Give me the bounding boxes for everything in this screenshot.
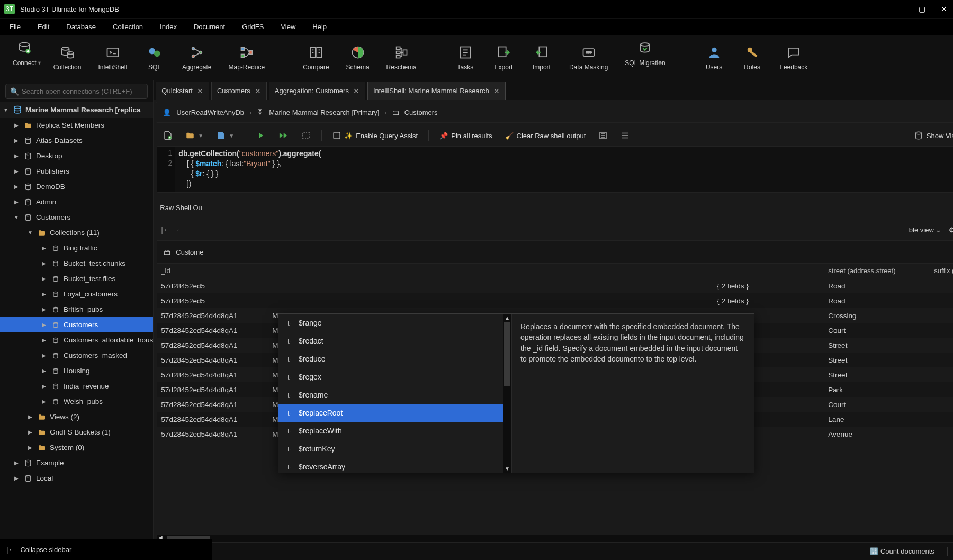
toolbar-sql-migration[interactable]: SQL Migration▼ [616,40,673,75]
autocomplete-item[interactable]: {}$redact [278,332,511,350]
autocomplete-item[interactable]: {}$rename [278,386,511,404]
tree-row[interactable]: ▼Customers [0,210,153,225]
toolbar-data-masking[interactable]: Data Masking [561,44,616,71]
autocomplete-item[interactable]: {}$replaceRoot [278,404,511,422]
menu-index[interactable]: Index [152,21,184,33]
tree-toggle-icon[interactable]: ▶ [40,260,48,266]
menu-help[interactable]: Help [305,21,334,33]
tree-row[interactable]: ▶Example [0,455,153,471]
first-page-icon[interactable]: |← [161,225,170,234]
enable-query-assist-button[interactable]: ✨ Enable Query Assist [328,128,422,143]
collapse-sidebar-button[interactable]: |← Collapse sidebar [0,539,212,560]
close-icon[interactable]: ✕ [493,87,500,95]
menu-edit[interactable]: Edit [30,21,57,33]
code-content[interactable]: db.getCollection("customers").aggregate(… [175,147,321,192]
autocomplete-item[interactable]: {}$regex [278,368,511,386]
results-tab[interactable]: 🗃 Custome [157,240,953,264]
show-visual-builder-button[interactable]: Show Visual Query Builder [910,128,953,143]
maximize-icon[interactable]: ▢ [917,5,927,13]
tree-row[interactable]: ▶Customers_affordable_hous [0,332,153,348]
count-documents-button[interactable]: 🔢 Count documents [870,547,934,555]
tree-toggle-icon[interactable]: ▶ [13,153,20,159]
tree-toggle-icon[interactable]: ▶ [40,245,48,251]
toolbar-tasks[interactable]: Tasks [446,44,484,71]
prev-page-icon[interactable]: ← [176,225,183,234]
toolbar-roles[interactable]: Roles [733,44,771,71]
toolbar-reschema[interactable]: Reschema [378,44,425,71]
gear-icon[interactable]: ⚙ [949,226,953,234]
tab[interactable]: Quickstart✕ [156,82,209,100]
code-editor[interactable]: 1 2 db.getCollection("customers").aggreg… [157,146,953,193]
tab[interactable]: IntelliShell: Marine Mammal Research✕ [367,82,506,100]
run-all-button[interactable] [274,128,293,143]
tree-toggle-icon[interactable]: ▶ [40,322,48,328]
tree-toggle-icon[interactable]: ▶ [40,276,48,282]
autocomplete-item[interactable]: {}$returnKey [278,440,511,458]
connection-tree[interactable]: ▼ Marine Mammal Research [replica ▶Repli… [0,102,153,540]
menu-view[interactable]: View [273,21,303,33]
tree-toggle-icon[interactable]: ▶ [13,168,20,174]
tree-row[interactable]: ▶India_revenue [0,378,153,394]
pin-all-button[interactable]: 📌 Pin all results [435,128,496,143]
close-icon[interactable]: ✕ [255,87,261,95]
table-row[interactable]: 57d28452ed5{ 2 fields }Road [157,293,953,308]
menu-gridfs[interactable]: GridFS [235,21,271,33]
tree-row[interactable]: ▶British_pubs [0,302,153,317]
autocomplete-item[interactable]: {}$reduce [278,350,511,368]
autocomplete-item[interactable]: {}$reverseArray [278,458,511,476]
breadcrumb-collection[interactable]: Customers [404,109,438,116]
tree-toggle-icon[interactable]: ▶ [40,399,48,404]
table-row[interactable]: 57d28452ed5{ 2 fields }Road [157,278,953,293]
autocomplete-item[interactable]: {}$replaceWith [278,422,511,440]
tree-row[interactable]: ▶Bing traffic [0,240,153,256]
tree-toggle-icon[interactable]: ▶ [26,429,34,435]
toolbar-aggregate[interactable]: Aggregate [174,44,220,71]
autocomplete-scrollbar[interactable]: ▲ ▼ [503,314,511,473]
settings-button[interactable] [594,128,612,143]
tree-row[interactable]: ▶DemoDB [0,179,153,194]
search-input[interactable] [5,84,148,99]
tree-toggle-icon[interactable]: ▶ [40,353,48,358]
toolbar-export[interactable]: Export [484,44,523,71]
tree-toggle-icon[interactable]: ▶ [40,306,48,312]
toolbar-collection[interactable]: Collection [45,44,90,71]
tree-row[interactable]: ▶Admin [0,194,153,210]
tree-toggle-icon[interactable]: ▶ [13,138,20,143]
tree-row[interactable]: ▶Replica Set Members [0,118,153,133]
tree-toggle-icon[interactable]: ▶ [26,445,34,450]
toolbar-map-reduce[interactable]: Map-Reduce [220,44,274,71]
tree-toggle-icon[interactable]: ▶ [13,184,20,189]
table-view-select[interactable]: ble view ⌄ [909,226,942,234]
tab[interactable]: Aggregation: Customers✕ [269,82,365,100]
toolbar-feedback[interactable]: Feedback [771,44,816,71]
tree-row[interactable]: ▶Welsh_pubs [0,394,153,409]
table-hscroll[interactable]: ◀▶ [157,535,953,542]
tree-row[interactable]: ▶Loyal_customers [0,286,153,302]
close-icon[interactable]: ✕ [939,5,949,13]
tree-toggle-icon[interactable]: ▶ [13,199,20,205]
tree-row[interactable]: ▶Housing [0,363,153,378]
close-icon[interactable]: ✕ [197,87,203,95]
tree-row[interactable]: ▶GridFS Buckets (1) [0,424,153,440]
toolbar-intellishell[interactable]: IntelliShell [89,44,136,71]
autocomplete-list[interactable]: {}$range{}$redact{}$reduce{}$regex{}$ren… [278,314,511,473]
toolbar-users[interactable]: Users [695,44,733,71]
chevron-down-icon[interactable]: ▼ [2,107,10,113]
toolbar-connect[interactable]: Connect▼ [4,40,45,75]
col-id[interactable]: _id [157,267,268,275]
tree-row[interactable]: ▶Bucket_test.chunks [0,256,153,271]
clear-raw-button[interactable]: 🧹 Clear Raw shell output [501,128,590,143]
col-suffix[interactable]: suffix (addre [930,267,953,275]
run-button[interactable] [251,128,269,143]
toolbar-schema[interactable]: Schema [338,44,378,71]
toolbar-import[interactable]: Import [523,44,561,71]
select-button[interactable] [297,128,315,143]
toolbar-sql[interactable]: SQL [136,44,174,71]
menu-file[interactable]: File [2,21,28,33]
new-file-button[interactable] [159,128,177,143]
col-street[interactable]: street (address.street) [824,267,930,275]
tree-row[interactable]: ▶Desktop [0,148,153,164]
tree-row[interactable]: ▶System (0) [0,440,153,455]
tree-row[interactable]: ▶Atlas-Datasets [0,133,153,148]
minimize-icon[interactable]: — [895,5,904,13]
